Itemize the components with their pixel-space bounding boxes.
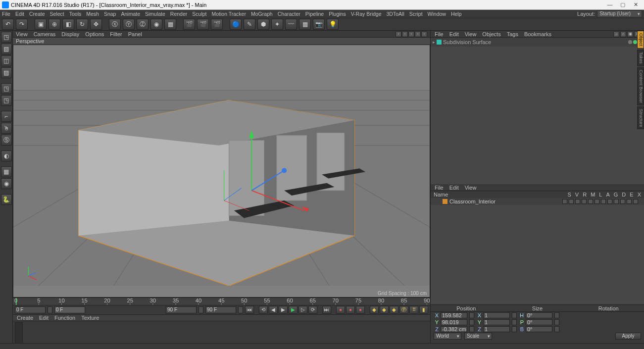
spinner[interactable] bbox=[238, 306, 243, 313]
menu-sculpt[interactable]: Sculpt bbox=[192, 11, 206, 17]
menu-character[interactable]: Character bbox=[278, 11, 300, 17]
keyframe-button[interactable]: ◆ bbox=[390, 306, 398, 314]
coord-space-dropdown[interactable]: World bbox=[434, 333, 461, 340]
transport-button[interactable]: ◀ bbox=[269, 306, 278, 314]
menu-mesh[interactable]: Mesh bbox=[86, 11, 99, 17]
material-menu-function[interactable]: Function bbox=[54, 315, 75, 321]
attr-col-x[interactable]: X bbox=[638, 192, 641, 198]
home-icon[interactable]: ⌂ bbox=[620, 31, 626, 37]
expand-icon[interactable]: ▸ bbox=[433, 40, 435, 45]
menu-mograph[interactable]: MoGraph bbox=[251, 11, 273, 17]
palette-button[interactable]: ◳ bbox=[1, 83, 12, 94]
viewport-menu-filter[interactable]: Filter bbox=[110, 31, 122, 37]
transport-button[interactable]: ▷ bbox=[298, 306, 307, 314]
toolbar-button[interactable]: ▣ bbox=[35, 19, 47, 30]
menu-snap[interactable]: Snap bbox=[104, 11, 116, 17]
maximize-button[interactable]: ▢ bbox=[616, 1, 629, 9]
transport-button[interactable]: ⏮ bbox=[245, 306, 254, 314]
attribute-object-row[interactable]: Classroom_Interior bbox=[431, 198, 644, 205]
viewport-menu-display[interactable]: Display bbox=[61, 31, 79, 37]
toolbar-button[interactable]: 📷 bbox=[313, 19, 325, 30]
palette-button[interactable]: ◉ bbox=[1, 178, 12, 189]
transport-button[interactable]: ▶ bbox=[279, 306, 288, 314]
attr-flag-icon[interactable] bbox=[614, 199, 619, 204]
record-button[interactable]: ● bbox=[336, 306, 345, 314]
object-tree-empty[interactable] bbox=[431, 47, 644, 184]
menu-simulate[interactable]: Simulate bbox=[145, 11, 165, 17]
transport-button[interactable]: ⏭ bbox=[322, 306, 331, 314]
attr-flag-icon[interactable] bbox=[575, 199, 580, 204]
obj-menu-tags[interactable]: Tags bbox=[507, 31, 518, 37]
attr-col-g[interactable]: G bbox=[614, 192, 618, 198]
palette-button[interactable]: ◳ bbox=[1, 32, 12, 43]
size-x[interactable]: 1 bbox=[483, 312, 510, 318]
viewport-menu-view[interactable]: View bbox=[16, 31, 28, 37]
rot-p[interactable]: 0° bbox=[526, 319, 552, 325]
toolbar-button[interactable]: ✥ bbox=[90, 19, 102, 30]
palette-button[interactable]: ▧ bbox=[1, 44, 12, 54]
attr-col-v[interactable]: V bbox=[575, 192, 579, 198]
palette-button[interactable]: ▦ bbox=[1, 166, 12, 177]
toolbar-button[interactable]: ↻ bbox=[76, 19, 88, 30]
layout-value[interactable]: Startup (User) bbox=[597, 10, 642, 17]
menu-tools[interactable]: Tools bbox=[69, 11, 82, 17]
spinner[interactable] bbox=[469, 312, 474, 318]
palette-button[interactable]: ◫ bbox=[1, 55, 12, 66]
attr-col-d[interactable]: D bbox=[622, 192, 626, 198]
keyframe-button[interactable]: ⠿ bbox=[409, 306, 418, 314]
right-tab-content-browser[interactable]: Content Browser bbox=[637, 67, 644, 105]
rot-b[interactable]: 0° bbox=[526, 326, 552, 332]
attribute-object-name[interactable]: Classroom_Interior bbox=[449, 199, 495, 204]
spinner[interactable] bbox=[554, 326, 559, 332]
toolbar-button[interactable]: ↷ bbox=[16, 19, 28, 30]
attr-col-s[interactable]: S bbox=[568, 192, 571, 198]
menu-script[interactable]: Script bbox=[409, 11, 423, 17]
viewport-menu-options[interactable]: Options bbox=[85, 31, 104, 37]
pos-y[interactable]: 98.019 cm bbox=[441, 319, 467, 325]
toolbar-button[interactable]: 🎬 bbox=[211, 19, 223, 30]
palette-button[interactable]: ◳ bbox=[1, 95, 12, 106]
toolbar-button[interactable]: Ⓧ bbox=[109, 19, 121, 30]
material-menu-edit[interactable]: Edit bbox=[39, 315, 49, 321]
toolbar-button[interactable]: ↶ bbox=[2, 19, 14, 30]
attr-col-a[interactable]: A bbox=[606, 192, 609, 198]
pos-x[interactable]: 159.582 cm bbox=[441, 312, 467, 318]
palette-button[interactable]: 🖱 bbox=[1, 123, 12, 134]
vp-icon[interactable]: ▫ bbox=[396, 31, 401, 37]
menu-pipeline[interactable]: Pipeline bbox=[305, 11, 324, 17]
obj-menu-bookmarks[interactable]: Bookmarks bbox=[524, 31, 551, 37]
menu-edit[interactable]: Edit bbox=[15, 11, 24, 17]
material-menu-create[interactable]: Create bbox=[17, 315, 33, 321]
attr-flag-icon[interactable] bbox=[607, 199, 612, 204]
attr-flag-icon[interactable] bbox=[569, 199, 574, 204]
toolbar-button[interactable]: Ⓨ bbox=[123, 19, 135, 30]
attr-flag-icon[interactable] bbox=[627, 199, 632, 204]
obj-menu-file[interactable]: File bbox=[435, 31, 444, 37]
toolbar-button[interactable]: Ⓩ bbox=[137, 19, 149, 30]
attr-flag-icon[interactable] bbox=[582, 199, 587, 204]
keyframe-button[interactable]: ◆ bbox=[370, 306, 379, 314]
attr-flag-icon[interactable] bbox=[588, 199, 593, 204]
object-name[interactable]: Subdivision Surface bbox=[443, 39, 491, 45]
attr-col-r[interactable]: R bbox=[583, 192, 587, 198]
attr-flag-icon[interactable] bbox=[594, 199, 599, 204]
attr-col-m[interactable]: M bbox=[591, 192, 595, 198]
menu-plugins[interactable]: Plugins bbox=[329, 11, 346, 17]
menu-v-ray-bridge[interactable]: V-Ray Bridge bbox=[351, 11, 382, 17]
right-tab-object[interactable]: Object bbox=[637, 31, 644, 49]
spinner[interactable] bbox=[469, 326, 474, 332]
spinner[interactable] bbox=[198, 306, 203, 313]
spinner[interactable] bbox=[512, 319, 517, 325]
object-tree-row[interactable]: ▸ Subdivision Surface bbox=[433, 39, 642, 46]
toolbar-button[interactable]: 💡 bbox=[327, 19, 339, 30]
vp-icon[interactable]: ▫ bbox=[415, 31, 421, 37]
viewport-menu-cameras[interactable]: Cameras bbox=[34, 31, 56, 37]
vp-icon[interactable]: ▫ bbox=[408, 31, 414, 37]
viewport-menu-panel[interactable]: Panel bbox=[128, 31, 142, 37]
toolbar-button[interactable]: ⊕ bbox=[49, 19, 60, 30]
vp-icon[interactable]: ▫ bbox=[402, 31, 408, 37]
pos-z[interactable]: -0.382 cm bbox=[441, 326, 467, 332]
current-frame-field[interactable]: 0 F bbox=[54, 306, 85, 313]
obj-menu-edit[interactable]: Edit bbox=[449, 31, 459, 37]
toolbar-button[interactable]: ⬢ bbox=[257, 19, 269, 30]
